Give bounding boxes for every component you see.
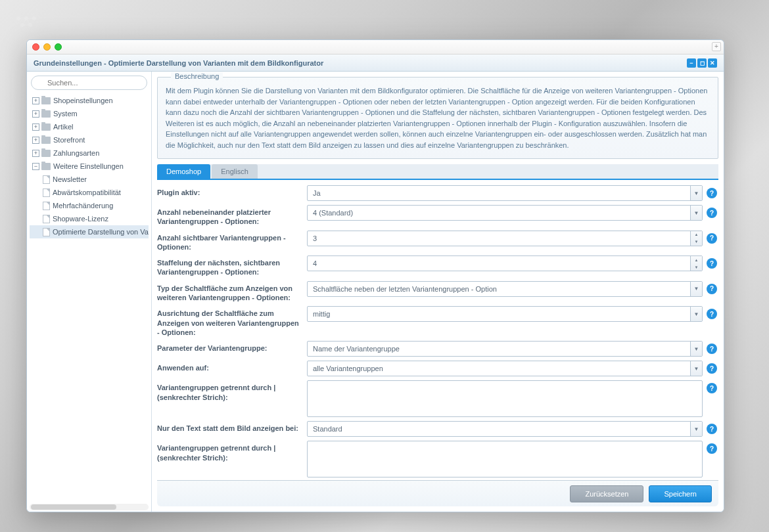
expander-icon[interactable]: + xyxy=(32,97,39,104)
help-icon[interactable]: ? xyxy=(707,258,717,269)
form-control: Schaltfläche neben der letzten Varianten… xyxy=(307,281,717,297)
settings-tree: +Shopeinstellungen+System+Artikel+Storef… xyxy=(27,94,151,502)
folder-icon xyxy=(41,150,51,157)
new-tab-button[interactable]: + xyxy=(712,42,721,51)
help-icon[interactable]: ? xyxy=(707,208,717,218)
tree-item[interactable]: Abwärtskompatibilität xyxy=(30,186,149,199)
help-icon[interactable]: ? xyxy=(707,309,717,319)
form-row: Staffelung der nächsten, sichtbaren Vari… xyxy=(157,255,717,277)
dropdown-trigger-icon[interactable]: ▼ xyxy=(690,206,702,220)
select-field[interactable]: Ja▼ xyxy=(307,185,703,201)
settings-window: + Grundeinstellungen - Optimierte Darste… xyxy=(26,39,724,512)
tree-item[interactable]: Shopware-Lizenz xyxy=(30,212,149,225)
dropdown-trigger-icon[interactable]: ▼ xyxy=(690,282,702,296)
folder-icon xyxy=(41,97,51,104)
folder-icon xyxy=(41,137,51,144)
dropdown-trigger-icon[interactable]: ▼ xyxy=(690,307,702,321)
select-field[interactable]: Schaltfläche neben der letzten Varianten… xyxy=(307,281,703,297)
close-window-icon[interactable] xyxy=(32,43,39,51)
form-row: Variantengruppen getrennt durch | (senkr… xyxy=(157,441,717,477)
horizontal-scrollbar[interactable] xyxy=(30,504,149,510)
close-button[interactable]: ✕ xyxy=(708,58,717,68)
select-field[interactable]: Name der Variantengruppe▼ xyxy=(307,341,703,357)
tab-bar: DemoshopEnglisch xyxy=(157,164,718,180)
help-icon[interactable]: ? xyxy=(707,284,717,294)
minimize-window-icon[interactable] xyxy=(43,43,51,51)
tree-label: Artikel xyxy=(53,123,74,131)
footer: Zurücksetzen Speichern xyxy=(157,480,718,506)
textarea-field[interactable] xyxy=(307,441,703,477)
help-icon[interactable]: ? xyxy=(707,188,717,198)
help-icon[interactable]: ? xyxy=(707,443,717,454)
tab[interactable]: Englisch xyxy=(212,164,258,179)
tree-label: System xyxy=(53,110,78,118)
form-control: Name der Variantengruppe▼? xyxy=(307,341,717,357)
help-icon[interactable]: ? xyxy=(707,424,717,434)
tree-folder[interactable]: +Artikel xyxy=(30,120,149,133)
file-icon xyxy=(43,215,50,223)
tree-folder[interactable]: +Shopeinstellungen xyxy=(30,94,149,107)
tree-item[interactable]: Newsletter xyxy=(30,173,149,186)
dropdown-trigger-icon[interactable]: ▼ xyxy=(690,342,702,356)
tree-folder[interactable]: −Weitere Einstellungen xyxy=(30,160,149,173)
spinner-trigger[interactable]: ▲▼ xyxy=(690,256,702,271)
tree-label: Weitere Einstellungen xyxy=(53,162,124,170)
expander-icon[interactable]: − xyxy=(32,163,39,170)
tree-label: Mehrfachänderung xyxy=(53,202,113,210)
dropdown-trigger-icon[interactable]: ▼ xyxy=(690,361,702,376)
dropdown-trigger-icon[interactable]: ▼ xyxy=(690,186,702,200)
tree-folder[interactable]: +Zahlungsarten xyxy=(30,146,149,160)
form-row: Plugin aktiv:Ja▼? xyxy=(157,185,717,201)
tree-item[interactable]: Mehrfachänderung xyxy=(30,199,149,212)
form-row: Nur den Text statt dem Bild anzeigen bei… xyxy=(157,421,717,437)
form-label: Variantengruppen getrennt durch | (senkr… xyxy=(157,441,307,462)
spinner-field[interactable]: 4▲▼ xyxy=(307,255,703,271)
tree-label: Optimierte Darstellung von Va xyxy=(53,228,149,236)
reset-button[interactable]: Zurücksetzen xyxy=(570,485,643,502)
form-control: Standard▼? xyxy=(307,421,717,437)
form-control: ? xyxy=(307,441,717,477)
main-content: Beschreibung Mit dem Plugin können Sie d… xyxy=(152,72,724,512)
select-field[interactable]: Standard▼ xyxy=(307,421,703,437)
description-text: Mit dem Plugin können Sie die Darstellun… xyxy=(166,85,710,150)
form-row: Parameter der Variantengruppe:Name der V… xyxy=(157,341,717,357)
select-field[interactable]: alle Variantengruppen▼ xyxy=(307,361,703,376)
select-field[interactable]: mittig▼ xyxy=(307,306,703,322)
dropdown-trigger-icon[interactable]: ▼ xyxy=(690,422,702,436)
expander-icon[interactable]: + xyxy=(32,110,39,118)
background-pattern xyxy=(13,13,46,34)
file-icon xyxy=(43,188,50,197)
help-icon[interactable]: ? xyxy=(707,383,717,393)
tree-label: Shopeinstellungen xyxy=(53,97,113,104)
tab[interactable]: Demoshop xyxy=(157,164,210,179)
spinner-trigger[interactable]: ▲▼ xyxy=(690,231,702,246)
form-control: 4 (Standard)▼? xyxy=(307,205,717,221)
search-input[interactable] xyxy=(31,76,147,90)
expander-icon[interactable]: + xyxy=(32,150,39,157)
tree-label: Newsletter xyxy=(53,175,87,183)
tree-folder[interactable]: +System xyxy=(30,107,149,120)
tree-item[interactable]: Optimierte Darstellung von Va xyxy=(30,225,149,238)
maximize-window-icon[interactable] xyxy=(55,43,62,51)
help-icon[interactable]: ? xyxy=(707,233,717,244)
window-header: Grundeinstellungen - Optimierte Darstell… xyxy=(27,55,724,72)
textarea-field[interactable] xyxy=(307,380,703,417)
form-control: ? xyxy=(307,380,717,417)
titlebar[interactable]: + xyxy=(27,40,724,55)
spinner-field[interactable]: 3▲▼ xyxy=(307,231,703,246)
form-control: 4▲▼? xyxy=(307,255,717,271)
form-label: Typ der Schaltfläche zum Anzeigen von we… xyxy=(157,281,307,303)
save-button[interactable]: Speichern xyxy=(649,485,712,502)
expander-icon[interactable]: + xyxy=(32,137,39,144)
minimize-button[interactable]: − xyxy=(687,58,696,68)
tree-label: Shopware-Lizenz xyxy=(53,215,108,223)
restore-button[interactable]: ◻ xyxy=(697,58,707,68)
form-control: alle Variantengruppen▼? xyxy=(307,361,717,376)
form-label: Variantengruppen getrennt durch | (senkr… xyxy=(157,380,307,402)
expander-icon[interactable]: + xyxy=(32,123,39,131)
select-field[interactable]: 4 (Standard)▼ xyxy=(307,205,703,221)
tree-folder[interactable]: +Storefront xyxy=(30,133,149,146)
help-icon[interactable]: ? xyxy=(707,344,717,354)
form-label: Plugin aktiv: xyxy=(157,185,307,197)
help-icon[interactable]: ? xyxy=(707,363,717,374)
